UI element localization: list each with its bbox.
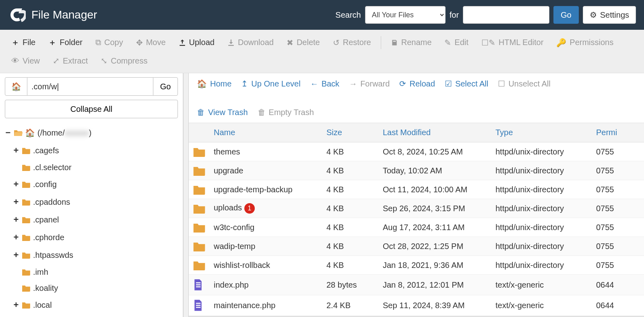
tree-node[interactable]: +.cagefs — [13, 142, 178, 159]
path-go-button[interactable]: Go — [153, 77, 178, 96]
expander-icon[interactable]: + — [13, 314, 19, 317]
unselect-all-button[interactable]: ☐Unselect All — [498, 79, 551, 89]
search-scope-select[interactable]: All Your Files — [365, 6, 446, 24]
col-type[interactable]: Type — [491, 123, 592, 142]
nav-reload-button[interactable]: ⟳Reload — [399, 79, 435, 89]
view-button[interactable]: 👁View — [5, 52, 46, 70]
folder-icon — [22, 216, 31, 223]
upload-button[interactable]: Upload — [172, 34, 221, 51]
expander-icon[interactable]: + — [13, 193, 19, 211]
table-row[interactable]: w3tc-config4 KBAug 17, 2024, 3:11 AMhttp… — [189, 218, 644, 237]
tree-node[interactable]: +.cphorde — [13, 228, 178, 246]
tree-node[interactable]: +.local — [13, 296, 178, 314]
cell-perms: 0755 — [592, 237, 644, 256]
table-row[interactable]: upgrade4 KBToday, 10:02 AMhttpd/unix-dir… — [189, 161, 644, 180]
tree-node[interactable]: +.htpasswds — [13, 246, 178, 264]
tree-node[interactable]: +.cpaddons — [13, 193, 178, 211]
expander-icon[interactable]: + — [13, 296, 19, 314]
cell-size: 28 bytes — [322, 275, 379, 295]
tree-node[interactable]: +.config — [13, 175, 178, 193]
cell-type: httpd/unix-directory — [491, 180, 592, 199]
cell-perms: 0644 — [592, 275, 644, 295]
settings-button[interactable]: ⚙ Settings — [583, 6, 636, 24]
html-editor-icon: ☐✎ — [481, 38, 495, 47]
collapse-all-button[interactable]: Collapse All — [5, 100, 178, 118]
table-row[interactable]: index.php28 bytesJan 8, 2012, 12:01 PMte… — [189, 275, 644, 295]
expander-icon[interactable]: − — [5, 124, 11, 142]
tree-node-label: .cagefs — [33, 142, 59, 158]
folder-icon — [189, 218, 210, 237]
col-size[interactable]: Size — [322, 123, 379, 142]
expander-icon[interactable]: + — [13, 142, 19, 159]
tree-root[interactable]: − 🏠 (/home/xxxxxx) — [5, 124, 178, 142]
extract-button[interactable]: ⤢Extract — [46, 52, 94, 70]
file-toolbar: 🏠Home ↥Up One Level ←Back →Forward ⟳Relo… — [189, 73, 644, 123]
table-row[interactable]: wadip-temp4 KBOct 28, 2022, 1:25 PMhttpd… — [189, 237, 644, 256]
new-folder-button[interactable]: ＋Folder — [42, 33, 89, 52]
nav-up-button[interactable]: ↥Up One Level — [241, 79, 300, 89]
table-row[interactable]: maintenance.php2.4 KBSep 11, 2024, 8:39 … — [189, 295, 644, 316]
tree-node[interactable]: +.pki — [13, 314, 178, 317]
tree-node-label: .cphorde — [33, 229, 64, 245]
cell-size: 2.4 KB — [322, 295, 379, 316]
search-go-button[interactable]: Go — [553, 6, 579, 24]
path-home-button[interactable]: 🏠 — [5, 77, 27, 96]
delete-button[interactable]: ✖Delete — [280, 34, 326, 51]
file-icon — [189, 275, 210, 295]
path-bar: 🏠 Go — [5, 77, 178, 96]
table-row[interactable]: themes4 KBOct 8, 2024, 10:25 AMhttpd/uni… — [189, 142, 644, 161]
folder-icon — [189, 256, 210, 275]
folder-icon — [22, 284, 31, 292]
rename-button[interactable]: Rename — [384, 34, 438, 51]
empty-trash-button[interactable]: 🗑Empty Trash — [258, 108, 314, 117]
copy-button[interactable]: ⧉Copy — [89, 34, 130, 51]
splitter-handle[interactable] — [183, 73, 189, 317]
arrow-left-icon: ← — [310, 79, 318, 89]
tree-node[interactable]: +.cpanel — [13, 211, 178, 228]
compress-button[interactable]: ⤡Compress — [94, 52, 154, 70]
tree-node[interactable]: .koality — [13, 280, 178, 296]
tree-node[interactable]: .imh — [13, 264, 178, 280]
expander-icon[interactable]: + — [13, 228, 19, 246]
col-name[interactable]: Name — [210, 123, 322, 142]
cell-name: w3tc-config — [210, 218, 322, 237]
cell-size: 4 KB — [322, 142, 379, 161]
expander-icon[interactable]: + — [13, 175, 19, 193]
app-title: File Manager — [31, 8, 97, 21]
tree-children: +.cagefs.cl.selector+.config+.cpaddons+.… — [5, 142, 178, 317]
file-table-header-row: Name Size Last Modified Type Permi — [189, 123, 644, 142]
restore-button[interactable]: ↺Restore — [326, 34, 378, 51]
tree-node-label: .imh — [33, 264, 48, 280]
cell-perms: 0644 — [592, 295, 644, 316]
table-row[interactable]: upgrade-temp-backup4 KBOct 11, 2024, 10:… — [189, 180, 644, 199]
edit-button[interactable]: ✎Edit — [438, 34, 475, 51]
expander-icon[interactable]: + — [13, 246, 19, 264]
compress-icon: ⤡ — [101, 56, 107, 66]
view-trash-button[interactable]: 🗑View Trash — [197, 108, 248, 117]
html-editor-button[interactable]: ☐✎HTML Editor — [475, 34, 550, 51]
move-button[interactable]: ✥Move — [130, 34, 172, 51]
new-file-button[interactable]: ＋File — [5, 33, 42, 52]
nav-back-button[interactable]: ←Back — [310, 79, 339, 89]
col-icon[interactable] — [189, 123, 210, 142]
permissions-button[interactable]: 🔑Permissions — [550, 34, 620, 51]
table-row[interactable]: wishlist-rollback4 KBJan 18, 2021, 9:36 … — [189, 256, 644, 275]
col-perms[interactable]: Permi — [592, 123, 644, 142]
tree-node-label: .cpaddons — [33, 194, 70, 210]
nav-home-button[interactable]: 🏠Home — [197, 79, 231, 89]
expander-icon[interactable]: + — [13, 211, 19, 228]
search-input[interactable] — [463, 6, 549, 24]
select-all-button[interactable]: ☑Select All — [445, 79, 488, 89]
home-icon: 🏠 — [197, 79, 207, 89]
toolbar-separator — [381, 36, 381, 49]
col-modified[interactable]: Last Modified — [379, 123, 491, 142]
cell-size: 4 KB — [322, 237, 379, 256]
table-row[interactable]: uploads14 KBSep 26, 2024, 3:15 PMhttpd/u… — [189, 199, 644, 218]
path-input[interactable] — [27, 77, 153, 96]
cell-size: 4 KB — [322, 256, 379, 275]
svg-rect-2 — [196, 286, 200, 288]
tree-node[interactable]: .cl.selector — [13, 159, 178, 175]
nav-forward-button[interactable]: →Forward — [349, 79, 390, 89]
download-button[interactable]: Download — [221, 34, 280, 51]
tree-node-label: .config — [33, 176, 57, 192]
